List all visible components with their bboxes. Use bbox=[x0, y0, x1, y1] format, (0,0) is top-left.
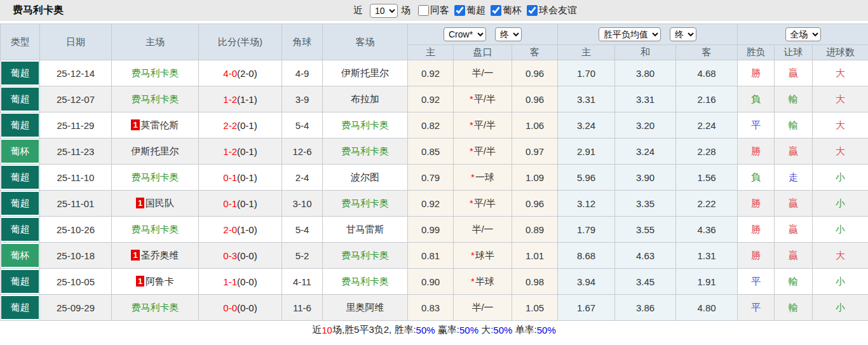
rank-badge: 1 bbox=[136, 276, 144, 287]
match-score[interactable]: 0-1(0-1) bbox=[199, 165, 282, 191]
result-wdl: 平 bbox=[738, 112, 775, 139]
result-handicap: 贏 bbox=[775, 217, 813, 243]
sub-header-mean-draw: 和 bbox=[615, 45, 676, 60]
home-odds: 0.83 bbox=[408, 295, 454, 321]
home-team[interactable]: 费马利卡奥 bbox=[112, 86, 199, 112]
mean-time-select[interactable]: 终 bbox=[670, 27, 696, 41]
league-filter-label: 葡超 bbox=[466, 4, 485, 17]
league-filter-checkbox[interactable] bbox=[491, 5, 501, 16]
away-team[interactable]: 费马利卡奥 bbox=[323, 191, 408, 217]
away-team[interactable]: 布拉加 bbox=[323, 86, 408, 112]
away-team[interactable]: 甘马雷斯 bbox=[323, 217, 408, 243]
result-wdl: 勝 bbox=[738, 243, 775, 269]
corner-count: 11-6 bbox=[282, 295, 323, 321]
odds-company-select[interactable]: Crow* bbox=[444, 27, 486, 41]
home-team[interactable]: 费马利卡奥 bbox=[112, 295, 199, 321]
handicap-line: *一球 bbox=[454, 165, 512, 191]
home-team[interactable]: 1圣乔奥维 bbox=[112, 243, 199, 269]
away-team[interactable]: 里奥阿维 bbox=[323, 295, 408, 321]
mean-away-odds: 2.16 bbox=[676, 86, 738, 112]
home-team[interactable]: 1阿鲁卡 bbox=[112, 269, 199, 295]
rank-badge: 1 bbox=[131, 119, 139, 130]
mean-group-header: 胜平负均值 终 bbox=[558, 24, 738, 45]
result-goals: 小 bbox=[813, 295, 868, 321]
odds-group-header: Crow* 终 bbox=[408, 24, 558, 45]
result-wdl: 勝 bbox=[738, 217, 775, 243]
handicap-line: 半/一 bbox=[454, 60, 512, 86]
away-team[interactable]: 波尔图 bbox=[323, 165, 408, 191]
corner-count: 5-2 bbox=[282, 243, 323, 269]
league-filter-checkbox[interactable] bbox=[527, 5, 538, 16]
away-team[interactable]: 费马利卡奥 bbox=[323, 112, 408, 139]
odds-time-select[interactable]: 终 bbox=[495, 27, 522, 41]
home-odds: 0.81 bbox=[408, 243, 454, 269]
away-team[interactable]: 费马利卡奥 bbox=[323, 269, 408, 295]
league-filter-checkbox[interactable] bbox=[454, 5, 465, 16]
recent-count-select[interactable]: 10 bbox=[370, 4, 398, 18]
match-date: 25-10-05 bbox=[40, 269, 112, 295]
home-team[interactable]: 费马利卡奥 bbox=[112, 60, 199, 86]
table-row: 葡超25-11-011国民队0-1(0-1)3-10费马利卡奥0.92*平/半0… bbox=[1, 191, 868, 217]
match-score[interactable]: 2-0(1-0) bbox=[199, 217, 282, 243]
home-odds: 0.85 bbox=[408, 139, 454, 165]
league-filter-label: 葡杯 bbox=[503, 4, 522, 17]
col-header-corner: 角球 bbox=[282, 24, 323, 60]
home-team[interactable]: 1国民队 bbox=[112, 191, 199, 217]
sub-header-home-odds: 主 bbox=[408, 45, 454, 60]
result-wdl: 勝 bbox=[738, 139, 775, 165]
mean-home-odds: 3.12 bbox=[558, 191, 615, 217]
home-team[interactable]: 伊斯托里尔 bbox=[112, 139, 199, 165]
match-score[interactable]: 0-3(0-0) bbox=[199, 243, 282, 269]
competition-badge: 葡超 bbox=[1, 86, 40, 112]
rank-badge: 1 bbox=[131, 250, 139, 260]
competition-badge: 葡杯 bbox=[1, 243, 40, 269]
match-score[interactable]: 0-1(0-1) bbox=[199, 191, 282, 217]
col-header-score: 比分(半场) bbox=[199, 24, 282, 60]
match-score[interactable]: 2-2(0-1) bbox=[199, 112, 282, 139]
scope-select[interactable]: 全场 bbox=[785, 27, 821, 41]
match-score[interactable]: 4-0(2-0) bbox=[199, 60, 282, 86]
league-filter-group: 葡超葡杯球会友谊 bbox=[449, 4, 577, 17]
sub-header-away-odds: 客 bbox=[512, 45, 558, 60]
home-team[interactable]: 1莫雷伦斯 bbox=[112, 112, 199, 139]
table-row: 葡超25-10-051阿鲁卡1-1(0-0)4-11费马利卡奥0.90*半球0.… bbox=[1, 269, 868, 295]
mean-draw-odds: 3.80 bbox=[615, 60, 676, 86]
footer-stat-segment: 场,胜5平3负2, 胜率: bbox=[332, 324, 416, 336]
match-score[interactable]: 1-2(1-1) bbox=[199, 86, 282, 112]
corner-count: 3-10 bbox=[282, 191, 323, 217]
handicap-line: 半/一 bbox=[454, 295, 512, 321]
match-score[interactable]: 1-2(0-1) bbox=[199, 139, 282, 165]
result-wdl: 負 bbox=[738, 165, 775, 191]
table-row: 葡超25-10-26费马利卡奥2-0(1-0)5-4甘马雷斯0.99半/一0.8… bbox=[1, 217, 868, 243]
home-team[interactable]: 费马利卡奥 bbox=[112, 165, 199, 191]
result-wdl: 勝 bbox=[738, 191, 775, 217]
top-bar: 费马利卡奥 近 10 场 同客 葡超葡杯球会友谊 bbox=[0, 0, 868, 21]
away-team[interactable]: 伊斯托里尔 bbox=[323, 60, 408, 86]
away-team[interactable]: 费马利卡奥 bbox=[323, 243, 408, 269]
result-handicap: 輸 bbox=[775, 295, 813, 321]
result-wdl: 平 bbox=[738, 295, 775, 321]
result-goals: 大 bbox=[813, 112, 868, 139]
match-score[interactable]: 0-0(0-0) bbox=[199, 295, 282, 321]
footer-stat-segment: 50% bbox=[416, 325, 435, 335]
match-date: 25-12-14 bbox=[40, 60, 112, 86]
mean-home-odds: 1.67 bbox=[558, 295, 615, 321]
home-odds: 0.90 bbox=[408, 269, 454, 295]
footer-stat-segment: 10 bbox=[322, 325, 332, 335]
sub-header-handicap: 盘口 bbox=[454, 45, 512, 60]
away-odds: 1.05 bbox=[512, 295, 558, 321]
mean-home-odds: 1.79 bbox=[558, 217, 615, 243]
same-away-checkbox[interactable] bbox=[418, 5, 429, 16]
games-label: 场 bbox=[401, 4, 410, 17]
away-odds: 1.09 bbox=[512, 165, 558, 191]
recent-label: 近 bbox=[353, 4, 363, 17]
match-score[interactable]: 1-1(0-0) bbox=[199, 269, 282, 295]
away-odds: 0.97 bbox=[512, 139, 558, 165]
home-team[interactable]: 费马利卡奥 bbox=[112, 217, 199, 243]
mean-type-select[interactable]: 胜平负均值 bbox=[599, 27, 661, 41]
result-goals: 大 bbox=[813, 86, 868, 112]
sub-header-mean-home: 主 bbox=[558, 45, 615, 60]
away-odds: 0.96 bbox=[512, 191, 558, 217]
competition-badge: 葡超 bbox=[1, 112, 40, 139]
away-team[interactable]: 费马利卡奥 bbox=[323, 139, 408, 165]
